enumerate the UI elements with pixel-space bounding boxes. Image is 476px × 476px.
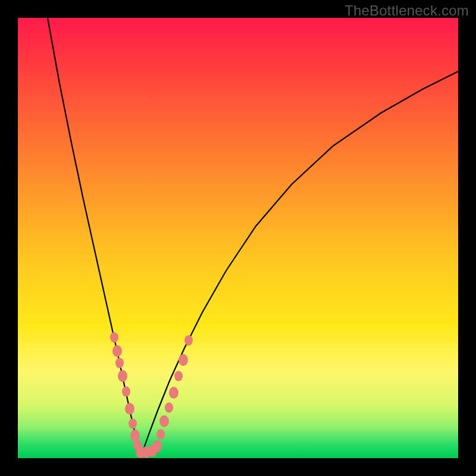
marker-dot [110, 332, 118, 343]
marker-dot [129, 418, 137, 429]
marker-dot [112, 345, 122, 357]
marker-dot [122, 386, 130, 397]
marker-dot [152, 440, 162, 452]
highlighted-markers [110, 332, 193, 458]
marker-dot [125, 403, 134, 415]
plot-area [18, 18, 458, 458]
marker-dot [130, 430, 140, 441]
marker-dot [118, 370, 127, 382]
marker-dot [159, 415, 169, 427]
curve-right [142, 71, 458, 455]
marker-dot [115, 358, 124, 368]
marker-dot [174, 371, 183, 381]
curve-layer [18, 18, 458, 458]
watermark-text: TheBottleneck.com [345, 2, 469, 19]
chart-frame: TheBottleneck.com [0, 0, 476, 476]
marker-dot [169, 387, 178, 399]
marker-dot [165, 402, 173, 413]
marker-dot [184, 335, 193, 346]
marker-dot [156, 429, 165, 440]
marker-dot [178, 354, 188, 366]
